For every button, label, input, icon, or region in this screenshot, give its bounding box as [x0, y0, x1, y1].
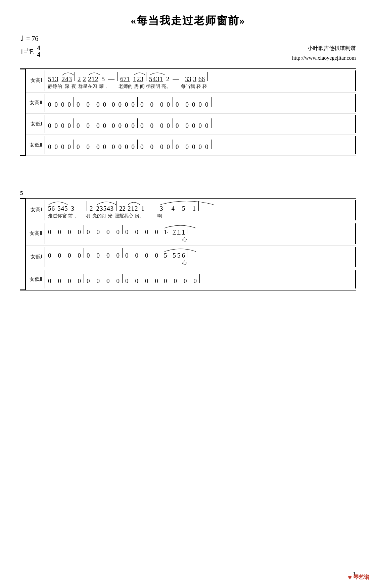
notes-alto1-s1: 0 0 0 0 0 0 0 0 0 [48, 118, 352, 129]
lyric: 亮的灯 [92, 213, 106, 219]
note: 5 [48, 75, 51, 83]
note: 3 [55, 75, 58, 83]
section-measure-number: 5 [20, 190, 356, 197]
lyrics-soprano2-s2: 心 [48, 236, 352, 243]
note: 5 [103, 205, 107, 212]
barline [207, 72, 208, 81]
note: 3 [188, 75, 191, 83]
notes-soprano1-s1: 5 1 3 2 4 3 [48, 72, 352, 83]
slur-arc-a1 [164, 248, 185, 252]
note: 3 [110, 205, 114, 212]
time-numerator: 4 [37, 45, 40, 52]
note: 1 [92, 75, 95, 83]
system-bracket-2 [20, 198, 26, 290]
note: 6 [202, 75, 205, 83]
note: 3 [100, 205, 103, 212]
note: 2 [88, 75, 91, 83]
system-1: 女高Ⅰ 5 1 3 [20, 68, 356, 156]
note-group: 5 1 3 [48, 75, 58, 83]
note: 5 [102, 75, 105, 83]
slur-group: 1 2 3 [133, 75, 144, 83]
slur-group: 5 6 5 4 5 [48, 205, 68, 212]
note: 5 [57, 205, 61, 212]
note: 3 [69, 75, 72, 83]
note: 4 [153, 75, 156, 83]
note: 2 [137, 75, 140, 83]
slur-arc [62, 71, 72, 75]
voice-label-soprano1-s2: 女高Ⅰ [26, 207, 45, 213]
slur-group: 2 4 3 [62, 75, 72, 83]
slur-arc-s2 [164, 224, 185, 228]
voices-column-2: 女高Ⅰ 5 6 5 4 5 [26, 198, 356, 290]
slur-arc-long [160, 200, 196, 205]
note: 6 [52, 205, 55, 212]
voice-row-soprano1-s2: 女高Ⅰ 5 6 5 4 5 [26, 198, 356, 222]
slur-arc [149, 71, 163, 75]
time-signature: 4 4 [37, 45, 40, 58]
note: 6 [182, 252, 185, 259]
barline [146, 72, 146, 81]
slur-group: 2 1 2 [128, 205, 138, 212]
voice-row-alto1-s2: 女低Ⅰ 0 0 0 0 0 0 [26, 246, 356, 269]
voice-label-soprano2-s2: 女高Ⅱ [26, 230, 45, 237]
section-2: 5 女高Ⅰ 5 [20, 190, 356, 290]
note-dotted: 5· [164, 252, 168, 259]
lyric: 耀， [99, 84, 108, 90]
voice-staff-alto2: 0 0 0 0 0 0 0 0 0 [45, 136, 356, 154]
voice-label-soprano1: 女高Ⅰ [26, 77, 45, 84]
rest: — [173, 75, 179, 83]
tempo-value: = 76 [26, 35, 38, 43]
voice-label-alto1: 女低Ⅰ [26, 121, 45, 127]
note: 1 [182, 228, 185, 236]
voice-staff-soprano1-s2: 5 6 5 4 5 3 — [45, 200, 356, 220]
note: 4 [172, 205, 175, 212]
note: 5 [48, 205, 51, 212]
slur-group-s2: 1· 7 1 1 [164, 228, 185, 236]
credit-author: 小叶歌吉他扒谱制谱 [292, 44, 356, 53]
slur-arc [48, 201, 68, 205]
note: 5 [177, 252, 181, 259]
voices-column-1: 女高Ⅰ 5 1 3 [26, 68, 356, 156]
note: 2 [83, 75, 86, 83]
lyric: 静静的 [48, 84, 62, 90]
slur-arc [88, 71, 98, 75]
note: 5 [64, 205, 68, 212]
note: 4 [61, 205, 64, 212]
lyrics-soprano1-s1: 静静的 深 夜 群星在闪 耀， 老师的 房 [48, 84, 352, 90]
rest: — [108, 75, 114, 83]
credit-website: http://www.xiaoyegejitar.com [292, 53, 356, 63]
note: 6 [198, 75, 202, 83]
voice-row-alto2: 女低Ⅱ 0 0 0 0 0 0 0 0 [26, 135, 356, 156]
note: 2 [96, 205, 100, 212]
slur-arc [133, 71, 144, 75]
note: 2 [78, 75, 81, 83]
note: 1 [133, 75, 137, 83]
note: 3 [193, 75, 197, 83]
note: 2 [135, 205, 138, 212]
lyric: 照耀我心 [114, 213, 133, 219]
rest: — [148, 205, 154, 212]
lyric: 夜 [72, 84, 76, 90]
note: 3 [71, 205, 75, 212]
voice-row-alto1: 女低Ⅰ 0 0 0 0 0 0 0 0 [26, 114, 356, 135]
lyric: 亮。 [161, 84, 171, 90]
key-signature: 1=bE [20, 47, 34, 56]
slur-group: 2 1 2 [88, 75, 98, 83]
note-dotted: 1· [164, 228, 168, 236]
section-1: 女高Ⅰ 5 1 3 [20, 68, 356, 156]
slur-group: 2 3 5 4 3 [96, 205, 114, 212]
tempo-marking: ♩ = 76 [20, 34, 356, 43]
note: 2 [95, 75, 98, 83]
lyric: 明 [86, 213, 90, 219]
high-note-i: · 1 [193, 205, 196, 212]
slur-group: 5 4 3 1 [149, 75, 163, 83]
voice-row-soprano2: 女高Ⅱ 0 0 0 0 0 0 0 0 [26, 93, 356, 114]
voice-label-soprano2: 女高Ⅱ [26, 100, 45, 106]
note: 2 [90, 205, 93, 212]
note: 2 [128, 205, 131, 212]
logo-text: 琴艺谱 [353, 574, 369, 581]
voice-label-alto2-s2: 女低Ⅱ [26, 276, 45, 283]
slur-arc [128, 201, 138, 205]
note: 5 [149, 75, 152, 83]
voice-staff-alto2-s2: 0 0 0 0 0 0 0 [45, 270, 356, 288]
